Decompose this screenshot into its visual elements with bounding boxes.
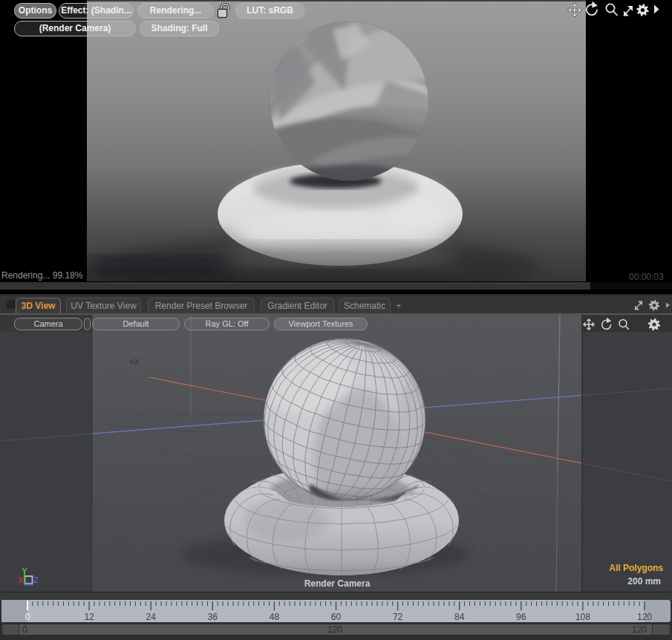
svg-text:72: 72 <box>393 612 403 622</box>
svg-text:84: 84 <box>454 612 465 622</box>
svg-text:60: 60 <box>331 612 342 622</box>
svg-text:24: 24 <box>146 612 157 622</box>
svg-text:Render Camera: Render Camera <box>304 578 371 589</box>
svg-text:All Polygons: All Polygons <box>609 563 663 573</box>
svg-text:36: 36 <box>208 612 218 622</box>
svg-text:108: 108 <box>575 612 590 622</box>
svg-text:+X: +X <box>129 357 140 366</box>
svg-text:200 mm: 200 mm <box>627 576 661 587</box>
svg-text:120: 120 <box>637 612 652 622</box>
svg-text:48: 48 <box>270 612 280 622</box>
svg-text:12: 12 <box>84 612 94 622</box>
svg-text:Z: Z <box>33 575 39 584</box>
svg-text:X: X <box>18 575 24 584</box>
svg-text:96: 96 <box>516 612 526 622</box>
svg-text:0: 0 <box>25 612 30 622</box>
